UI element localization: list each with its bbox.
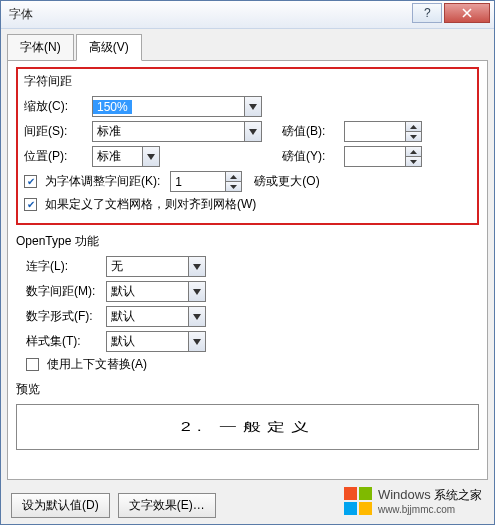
help-button[interactable]: ? bbox=[412, 3, 442, 23]
preview-box: 2. 一般定义 bbox=[16, 404, 479, 450]
chevron-down-icon bbox=[188, 332, 205, 351]
scale-combo[interactable]: 150% bbox=[92, 96, 262, 117]
spinner-down-icon[interactable] bbox=[226, 182, 241, 191]
ligatures-label: 连字(L): bbox=[16, 258, 102, 275]
opentype-group: OpenType 功能 连字(L): 无 数字间距(M): 默认 数字形式(F)… bbox=[16, 233, 479, 373]
spinner-up-icon[interactable] bbox=[406, 122, 421, 132]
kerning-checkbox[interactable] bbox=[24, 175, 37, 188]
spinner-down-icon[interactable] bbox=[406, 157, 421, 166]
kerning-label: 为字体调整字间距(K): bbox=[45, 173, 160, 190]
font-dialog: 字体 ? 字体(N) 高级(V) 字符间距 缩放(C): 150% 间距(S): bbox=[0, 0, 495, 525]
chevron-down-icon bbox=[142, 147, 159, 166]
num-spacing-combo[interactable]: 默认 bbox=[106, 281, 206, 302]
num-spacing-value: 默认 bbox=[107, 283, 139, 300]
chevron-down-icon bbox=[244, 97, 261, 116]
tab-font[interactable]: 字体(N) bbox=[7, 34, 74, 61]
dialog-footer: 设为默认值(D) 文字效果(E)… bbox=[11, 493, 216, 518]
snap-grid-label: 如果定义了文档网格，则对齐到网格(W) bbox=[45, 196, 256, 213]
kerning-spin[interactable]: 1 bbox=[170, 171, 242, 192]
char-spacing-group: 字符间距 缩放(C): 150% 间距(S): 标准 磅值(B): bbox=[16, 67, 479, 225]
spacing-combo[interactable]: 标准 bbox=[92, 121, 262, 142]
spinner-up-icon[interactable] bbox=[406, 147, 421, 157]
scale-value: 150% bbox=[93, 100, 132, 114]
num-form-label: 数字形式(F): bbox=[16, 308, 102, 325]
text-effects-button[interactable]: 文字效果(E)… bbox=[118, 493, 216, 518]
spinner-buttons[interactable] bbox=[225, 172, 241, 191]
spacing-value: 标准 bbox=[93, 123, 125, 140]
kerning-suffix: 磅或更大(O) bbox=[254, 173, 319, 190]
chevron-down-icon bbox=[188, 307, 205, 326]
tab-advanced[interactable]: 高级(V) bbox=[76, 34, 142, 61]
preview-text: 2. 一般定义 bbox=[180, 419, 314, 436]
preview-label: 预览 bbox=[16, 381, 479, 398]
watermark-brand: Windows 系统之家 bbox=[378, 487, 482, 504]
svg-text:?: ? bbox=[424, 8, 431, 18]
watermark-site: www.bjjmmc.com bbox=[378, 504, 482, 515]
windows-logo-icon bbox=[344, 487, 372, 515]
context-alt-label: 使用上下文替换(A) bbox=[47, 356, 147, 373]
dialog-content: 字符间距 缩放(C): 150% 间距(S): 标准 磅值(B): bbox=[7, 60, 488, 480]
pt-b-spin[interactable] bbox=[344, 121, 422, 142]
spacing-label: 间距(S): bbox=[24, 123, 88, 140]
snap-grid-checkbox[interactable] bbox=[24, 198, 37, 211]
style-set-label: 样式集(T): bbox=[16, 333, 102, 350]
window-title: 字体 bbox=[9, 6, 33, 23]
watermark: Windows 系统之家 www.bjjmmc.com bbox=[344, 487, 482, 515]
tab-bar: 字体(N) 高级(V) bbox=[1, 29, 494, 60]
pt-y-spin[interactable] bbox=[344, 146, 422, 167]
preview-section: 预览 2. 一般定义 bbox=[16, 381, 479, 450]
position-label: 位置(P): bbox=[24, 148, 88, 165]
titlebar: 字体 ? bbox=[1, 1, 494, 29]
ligatures-combo[interactable]: 无 bbox=[106, 256, 206, 277]
scale-label: 缩放(C): bbox=[24, 98, 88, 115]
spinner-buttons[interactable] bbox=[405, 147, 421, 166]
spinner-up-icon[interactable] bbox=[226, 172, 241, 182]
chevron-down-icon bbox=[188, 257, 205, 276]
set-default-button[interactable]: 设为默认值(D) bbox=[11, 493, 110, 518]
ligatures-value: 无 bbox=[107, 258, 127, 275]
position-combo[interactable]: 标准 bbox=[92, 146, 160, 167]
pt-y-label: 磅值(Y): bbox=[282, 148, 340, 165]
chevron-down-icon bbox=[244, 122, 261, 141]
group-title-char-spacing: 字符间距 bbox=[24, 73, 471, 90]
num-form-value: 默认 bbox=[107, 308, 139, 325]
chevron-down-icon bbox=[188, 282, 205, 301]
titlebar-buttons: ? bbox=[412, 3, 490, 23]
spinner-down-icon[interactable] bbox=[406, 132, 421, 141]
kerning-value: 1 bbox=[171, 175, 186, 189]
group-title-opentype: OpenType 功能 bbox=[16, 233, 479, 250]
num-spacing-label: 数字间距(M): bbox=[16, 283, 102, 300]
style-set-combo[interactable]: 默认 bbox=[106, 331, 206, 352]
pt-b-label: 磅值(B): bbox=[282, 123, 340, 140]
spinner-buttons[interactable] bbox=[405, 122, 421, 141]
style-set-value: 默认 bbox=[107, 333, 139, 350]
position-value: 标准 bbox=[93, 148, 125, 165]
close-button[interactable] bbox=[444, 3, 490, 23]
num-form-combo[interactable]: 默认 bbox=[106, 306, 206, 327]
context-alt-checkbox[interactable] bbox=[26, 358, 39, 371]
